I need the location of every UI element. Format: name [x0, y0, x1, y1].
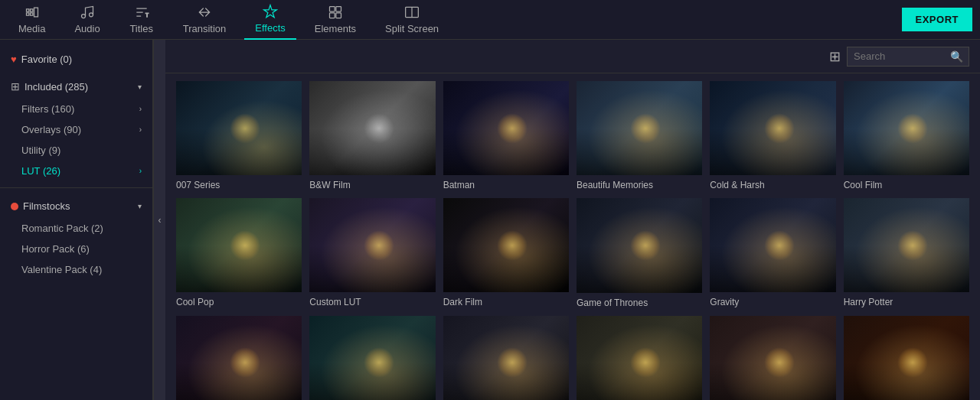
- effect-item[interactable]: Sparta 300: [844, 316, 969, 401]
- effect-label: Game of Thrones: [577, 298, 702, 308]
- effect-item[interactable]: B&W Film: [309, 81, 435, 190]
- effect-item[interactable]: Game of Thrones: [577, 198, 702, 307]
- effect-thumbnail: [844, 316, 969, 401]
- sidebar-divider: [0, 187, 152, 188]
- effect-item[interactable]: Harry Potter: [844, 198, 969, 307]
- sidebar-horror[interactable]: Horror Pack (6): [0, 239, 152, 259]
- effect-item[interactable]: Period Piece: [577, 316, 702, 401]
- svg-rect-6: [336, 13, 341, 18]
- effect-label: Batman: [443, 180, 569, 190]
- effect-label: Custom LUT: [309, 297, 435, 307]
- sidebar-collapse-button[interactable]: ‹: [153, 40, 165, 400]
- svg-rect-3: [329, 7, 335, 12]
- sidebar-utility[interactable]: Utility (9): [0, 140, 152, 161]
- effect-item[interactable]: 007 Series: [176, 81, 302, 190]
- effect-thumbnail: [710, 316, 835, 401]
- effect-label: Cool Pop: [176, 297, 302, 307]
- svg-rect-5: [329, 13, 335, 18]
- sidebar-romantic[interactable]: Romantic Pack (2): [0, 218, 152, 239]
- effect-item[interactable]: Gravity: [710, 198, 835, 307]
- nav-media[interactable]: Media: [8, 0, 56, 39]
- effect-thumbnail: [710, 81, 835, 175]
- effect-item[interactable]: Cold & Harsh: [710, 81, 835, 190]
- effect-label: Dark Film: [443, 297, 569, 307]
- nav-titles[interactable]: T Titles: [119, 0, 165, 39]
- nav-splitscreen[interactable]: Split Screen: [374, 0, 449, 39]
- heart-icon: ♥: [11, 54, 17, 65]
- effect-thumbnail: [844, 198, 969, 292]
- filmstocks-dot: [11, 203, 18, 210]
- sidebar-overlays[interactable]: Overlays (90) ›: [0, 119, 152, 140]
- effect-label: Harry Potter: [844, 297, 969, 307]
- top-navigation: Media Audio T Titles Transition Effects …: [0, 0, 980, 40]
- effect-item[interactable]: Dark Film: [443, 198, 569, 307]
- search-icon: 🔍: [950, 50, 963, 63]
- favorite-button[interactable]: ♥ Favorite (0): [0, 47, 152, 71]
- svg-text:T: T: [145, 12, 149, 18]
- effect-label: B&W Film: [309, 180, 435, 190]
- effect-thumbnail: [577, 316, 702, 401]
- effect-thumbnail: [443, 198, 569, 292]
- effect-thumbnail: [176, 316, 302, 401]
- svg-point-0: [82, 15, 86, 18]
- main-area: ♥ Favorite (0) ⊞ Included (285) ▾ Filter…: [0, 40, 980, 400]
- filmstocks-section: Filmstocks ▾ Romantic Pack (2) Horror Pa…: [0, 194, 152, 280]
- effect-thumbnail: [176, 81, 302, 175]
- effect-item[interactable]: Cool Pop: [176, 198, 302, 307]
- svg-rect-4: [336, 7, 341, 12]
- effect-thumbnail: [710, 198, 835, 292]
- effect-label: Gravity: [710, 297, 835, 307]
- nav-effects[interactable]: Effects: [244, 0, 296, 40]
- content-header: ⊞ 🔍: [165, 40, 980, 73]
- nav-audio[interactable]: Audio: [64, 0, 110, 39]
- chevron-right-icon: ›: [139, 105, 142, 113]
- effect-thumbnail: [443, 81, 569, 175]
- effect-label: Beautifu Memories: [577, 180, 702, 190]
- svg-point-1: [90, 13, 93, 17]
- effect-thumbnail: [577, 198, 702, 292]
- sidebar-lut[interactable]: LUT (26) ›: [0, 161, 152, 181]
- nav-transition[interactable]: Transition: [172, 0, 237, 39]
- chevron-down-icon: ▾: [138, 202, 142, 210]
- effect-thumbnail: [577, 81, 702, 175]
- effect-thumbnail: [844, 81, 969, 175]
- search-input[interactable]: [854, 50, 946, 62]
- sidebar: ♥ Favorite (0) ⊞ Included (285) ▾ Filter…: [0, 40, 153, 400]
- included-section: ⊞ Included (285) ▾ Filters (160) › Overl…: [0, 74, 152, 181]
- filmstocks-header[interactable]: Filmstocks ▾: [0, 194, 152, 218]
- effect-thumbnail: [176, 198, 302, 292]
- effect-item[interactable]: House of Cards: [176, 316, 302, 401]
- content-area: ⊞ 🔍 007 SeriesB&W FilmBatmanBeautifu Mem…: [165, 40, 980, 400]
- effect-item[interactable]: Custom LUT: [309, 198, 435, 307]
- effect-item[interactable]: Batman: [443, 81, 569, 190]
- effect-item[interactable]: Beautifu Memories: [577, 81, 702, 190]
- effect-item[interactable]: Cool Film: [844, 81, 969, 190]
- chevron-right-icon: ›: [139, 167, 142, 175]
- chevron-down-icon: ▾: [138, 83, 142, 91]
- effect-label: 007 Series: [176, 180, 302, 190]
- effect-thumbnail: [443, 316, 569, 401]
- effect-label: Cool Film: [844, 180, 969, 190]
- search-box: 🔍: [847, 47, 969, 67]
- effect-thumbnail: [309, 81, 435, 175]
- sidebar-valentine[interactable]: Valentine Pack (4): [0, 259, 152, 280]
- grid-dots-icon: ⊞: [11, 80, 20, 93]
- effect-thumbnail: [309, 316, 435, 401]
- export-button[interactable]: EXPORT: [902, 8, 972, 31]
- effect-item[interactable]: Reign: [710, 316, 835, 401]
- effect-thumbnail: [309, 198, 435, 292]
- included-header[interactable]: ⊞ Included (285) ▾: [0, 74, 152, 99]
- chevron-right-icon: ›: [139, 125, 142, 134]
- effects-grid: 007 SeriesB&W FilmBatmanBeautifu Memorie…: [165, 73, 980, 400]
- nav-elements[interactable]: Elements: [304, 0, 367, 39]
- effect-label: Cold & Harsh: [710, 180, 835, 190]
- effect-item[interactable]: Light Teal: [309, 316, 435, 401]
- effect-item[interactable]: Mission Impossible: [443, 316, 569, 401]
- grid-view-button[interactable]: ⊞: [829, 48, 841, 65]
- sidebar-filters[interactable]: Filters (160) ›: [0, 99, 152, 119]
